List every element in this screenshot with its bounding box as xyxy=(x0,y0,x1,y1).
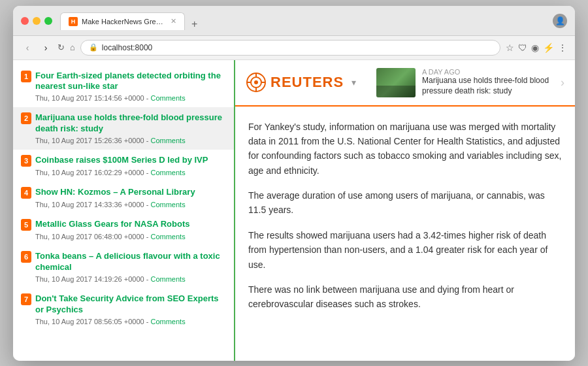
bookmark-icon[interactable]: ☆ xyxy=(506,42,514,53)
article-paragraph: The average duration of use among users … xyxy=(248,188,562,218)
article-paragraph: The results showed marijuana users had a… xyxy=(248,228,562,272)
menu-icon[interactable]: ⋮ xyxy=(558,42,567,53)
toolbar-icons: ☆ 🛡 ◉ ⚡ ⋮ xyxy=(506,42,567,53)
news-title: Tonka beans – A delicious flavour with a… xyxy=(35,251,226,273)
shield-icon[interactable]: 🛡 xyxy=(518,42,527,53)
news-title: Don't Take Security Advice from SEO Expe… xyxy=(35,293,226,316)
news-title: Metallic Glass Gears for NASA Robots xyxy=(35,219,226,230)
url-text: localhost:8000 xyxy=(102,43,152,52)
maximize-button[interactable] xyxy=(44,17,52,25)
news-meta: Thu, 10 Aug 2017 16:02:29 +0000 - Commen… xyxy=(21,169,226,176)
news-title: Show HN: Kozmos – A Personal Library xyxy=(35,187,226,198)
article-paragraph: For Yankey's study, information on marij… xyxy=(248,120,562,178)
news-comments-link[interactable]: Comments xyxy=(150,201,185,208)
reuters-logo: REUTERS xyxy=(246,72,344,93)
article-thumb-area: A DAY AGO Marijuana use holds three-fold… xyxy=(376,68,553,97)
reuters-dropdown-icon[interactable]: ▾ xyxy=(351,77,356,88)
back-button[interactable]: ‹ xyxy=(21,42,34,53)
article-header-meta: A DAY AGO Marijuana use holds three-fold… xyxy=(422,68,553,96)
news-item[interactable]: 2 Marijuana use holds three-fold blood p… xyxy=(13,107,234,150)
url-box[interactable]: 🔒 localhost:8000 xyxy=(80,40,500,56)
news-meta: Thu, 10 Aug 2017 14:19:26 +0000 - Commen… xyxy=(21,275,226,283)
refresh-button[interactable]: ↻ xyxy=(57,42,65,52)
news-number: 4 xyxy=(21,187,31,199)
lock-icon: 🔒 xyxy=(89,43,98,52)
minimize-button[interactable] xyxy=(33,17,41,25)
article-paragraph: There was no link between marijuana use … xyxy=(248,282,562,312)
forward-button[interactable]: › xyxy=(39,42,52,53)
address-bar: ‹ › ↻ ⌂ 🔒 localhost:8000 ☆ 🛡 ◉ ⚡ ⋮ xyxy=(13,36,575,60)
article-thumbnail xyxy=(376,68,416,97)
adblock-icon[interactable]: ◉ xyxy=(531,42,539,53)
extension-icon[interactable]: ⚡ xyxy=(543,42,554,53)
close-button[interactable] xyxy=(21,17,29,25)
tabs-area: H Make HackerNews Great Agai… ✕ + xyxy=(60,12,553,30)
news-item[interactable]: 3 Coinbase raises $100M Series D led by … xyxy=(13,150,234,182)
news-number: 2 xyxy=(21,112,31,124)
news-item[interactable]: 7 Don't Take Security Advice from SEO Ex… xyxy=(13,288,234,331)
news-meta: Thu, 10 Aug 2017 14:33:36 +0000 - Commen… xyxy=(21,201,226,208)
news-item[interactable]: 6 Tonka beans – A delicious flavour with… xyxy=(13,246,234,288)
main-content: 1 Four Earth-sized planets detected orbi… xyxy=(13,60,575,361)
article-time-ago: A DAY AGO xyxy=(422,68,553,76)
reuters-icon xyxy=(246,72,267,93)
active-tab[interactable]: H Make HackerNews Great Agai… ✕ xyxy=(60,12,185,30)
tab-close-icon[interactable]: ✕ xyxy=(171,17,176,25)
home-button[interactable]: ⌂ xyxy=(70,42,75,52)
article-panel: REUTERS ▾ A DAY AGO Marijuana use holds … xyxy=(235,60,575,361)
news-list: 1 Four Earth-sized planets detected orbi… xyxy=(13,60,235,361)
article-next-icon[interactable]: › xyxy=(561,76,564,90)
news-meta: Thu, 10 Aug 2017 15:14:56 +0000 - Commen… xyxy=(21,94,226,102)
user-avatar[interactable]: 👤 xyxy=(553,14,567,28)
news-comments-link[interactable]: Comments xyxy=(150,94,185,102)
news-comments-link[interactable]: Comments xyxy=(150,318,185,325)
news-number: 6 xyxy=(21,251,31,263)
tab-title: Make HackerNews Great Agai… xyxy=(82,18,167,25)
news-number: 5 xyxy=(21,219,31,231)
news-number: 1 xyxy=(21,71,31,82)
news-comments-link[interactable]: Comments xyxy=(150,275,185,283)
article-body: For Yankey's study, information on marij… xyxy=(235,107,575,335)
svg-point-2 xyxy=(254,80,258,84)
news-item[interactable]: 4 Show HN: Kozmos – A Personal Library T… xyxy=(13,182,234,214)
news-meta: Thu, 10 Aug 2017 08:56:05 +0000 - Commen… xyxy=(21,318,226,325)
title-bar: H Make HackerNews Great Agai… ✕ + 👤 xyxy=(13,6,575,36)
news-comments-link[interactable]: Comments xyxy=(150,137,185,144)
article-headline-small: Marijuana use holds three-fold blood pre… xyxy=(422,76,553,96)
news-number: 3 xyxy=(21,155,31,167)
news-title: Marijuana use holds three-fold blood pre… xyxy=(35,112,226,135)
news-title: Coinbase raises $100M Series D led by IV… xyxy=(35,155,226,166)
browser-window: H Make HackerNews Great Agai… ✕ + 👤 ‹ › … xyxy=(13,6,575,361)
news-number: 7 xyxy=(21,293,31,305)
traffic-lights xyxy=(21,17,52,25)
reuters-header: REUTERS ▾ A DAY AGO Marijuana use holds … xyxy=(235,60,575,107)
news-title: Four Earth-sized planets detected orbiti… xyxy=(35,71,226,93)
news-item[interactable]: 1 Four Earth-sized planets detected orbi… xyxy=(13,65,234,108)
tab-favicon: H xyxy=(69,17,78,26)
news-meta: Thu, 10 Aug 2017 15:26:36 +0000 - Commen… xyxy=(21,137,226,144)
news-item[interactable]: 5 Metallic Glass Gears for NASA Robots T… xyxy=(13,214,234,246)
news-comments-link[interactable]: Comments xyxy=(150,169,185,176)
news-comments-link[interactable]: Comments xyxy=(150,233,185,241)
new-tab-button[interactable]: + xyxy=(188,18,201,30)
news-meta: Thu, 10 Aug 2017 06:48:00 +0000 - Commen… xyxy=(21,233,226,241)
reuters-name: REUTERS xyxy=(270,74,344,91)
